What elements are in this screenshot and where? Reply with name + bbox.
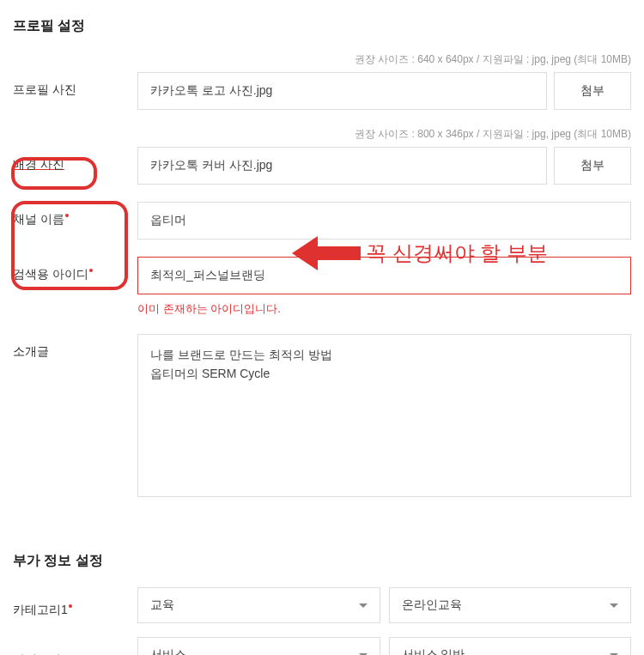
category1-main-value: 교육 <box>150 597 174 613</box>
cover-photo-filename-text: 카카오톡 커버 사진.jpg <box>150 158 272 173</box>
category1-label-text: 카테고리1 <box>13 603 68 616</box>
search-id-input[interactable] <box>137 257 631 294</box>
category2-main-value: 서비스 <box>150 647 186 655</box>
cover-photo-attach-button[interactable]: 첨부 <box>554 147 631 185</box>
required-indicator-icon <box>65 214 69 217</box>
additional-section-title: 부가 정보 설정 <box>13 552 631 570</box>
intro-label-text: 소개글 <box>13 344 49 358</box>
profile-photo-label-text: 프로필 사진 <box>13 82 76 96</box>
category2-sub-select[interactable]: 서비스 일반 <box>389 637 632 655</box>
intro-textarea[interactable] <box>137 334 631 497</box>
profile-photo-label: 프로필 사진 <box>13 72 137 98</box>
profile-section-title: 프로필 설정 <box>13 17 631 35</box>
cover-photo-hint: 권장 사이즈 : 800 x 346px / 지원파일 : jpg, jpeg … <box>13 127 631 142</box>
category1-main-select[interactable]: 교육 <box>137 587 380 623</box>
cover-photo-label-text: 배경 사진 <box>13 157 64 171</box>
search-id-label-text: 검색용 아이디 <box>13 267 88 281</box>
category2-main-select[interactable]: 서비스 <box>137 637 380 655</box>
required-indicator-icon <box>89 269 93 272</box>
category2-label: 카테고리2 <box>13 642 137 655</box>
intro-label: 소개글 <box>13 334 137 360</box>
channel-name-label: 채널 이름 <box>13 202 137 227</box>
profile-photo-attach-button[interactable]: 첨부 <box>554 72 631 110</box>
caret-down-icon <box>610 603 618 608</box>
search-id-label: 검색용 아이디 <box>13 257 137 282</box>
required-indicator-icon <box>69 604 72 608</box>
profile-photo-filename-text: 카카오톡 로고 사진.jpg <box>150 83 272 99</box>
channel-name-input[interactable] <box>137 202 631 240</box>
cover-photo-filename: 카카오톡 커버 사진.jpg <box>137 147 547 185</box>
category1-sub-select[interactable]: 온라인교육 <box>389 587 632 623</box>
profile-photo-filename: 카카오톡 로고 사진.jpg <box>137 72 547 110</box>
profile-photo-hint: 권장 사이즈 : 640 x 640px / 지원파일 : jpg, jpeg … <box>13 52 631 67</box>
search-id-error-message: 이미 존재하는 아이디입니다. <box>137 301 631 317</box>
caret-down-icon <box>359 603 368 608</box>
category1-sub-value: 온라인교육 <box>402 597 462 613</box>
category1-label: 카테고리1 <box>13 592 137 618</box>
category2-sub-value: 서비스 일반 <box>402 647 465 655</box>
channel-name-label-text: 채널 이름 <box>13 212 64 226</box>
cover-photo-label: 배경 사진 <box>13 147 137 173</box>
